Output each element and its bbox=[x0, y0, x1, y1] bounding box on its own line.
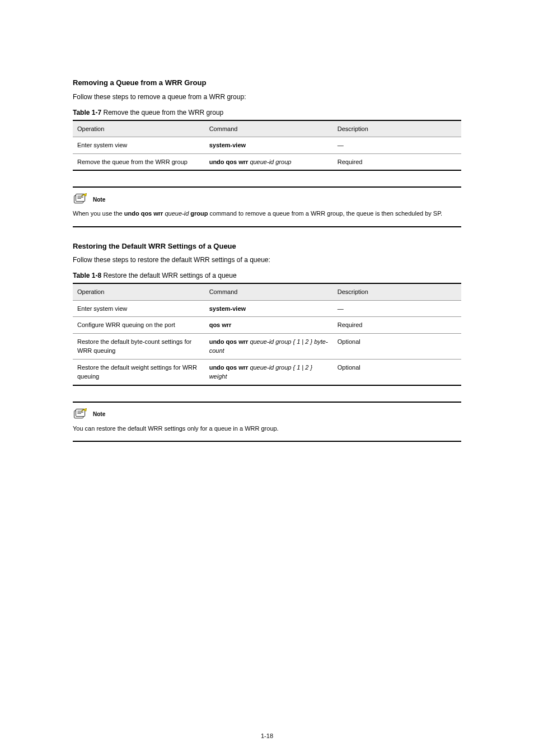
table-caption-desc: Restore the default WRR settings of a qu… bbox=[103, 272, 236, 279]
table-row: Restore the default weight settings for … bbox=[73, 359, 461, 385]
table-row: Enter system view system-view — bbox=[73, 137, 461, 154]
cell-description: Optional bbox=[333, 333, 461, 359]
table-row: Enter system view system-view — bbox=[73, 300, 461, 317]
cmd-bold: undo qos wrr bbox=[209, 338, 249, 345]
cell-description: Required bbox=[333, 153, 461, 170]
cmd-bold: undo qos wrr bbox=[209, 364, 249, 371]
cell-command: undo qos wrr queue-id group { 1 | 2 } we… bbox=[205, 359, 333, 385]
cmd-args: queue-id group bbox=[248, 158, 291, 165]
table-header-row: Operation Command Description bbox=[73, 120, 461, 137]
note-block-2: Note You can restore the default WRR set… bbox=[73, 402, 461, 442]
cell-operation: Enter system view bbox=[73, 137, 205, 154]
note-text: When you use the undo qos wrr queue-id g… bbox=[73, 209, 461, 218]
note-cmd-bold: group bbox=[190, 210, 208, 217]
note-icon bbox=[73, 193, 90, 206]
note-block-1: Note When you use the undo qos wrr queue… bbox=[73, 186, 461, 227]
table-caption-number: Table 1-8 bbox=[73, 272, 101, 279]
section-lead-restore-default: Follow these steps to restore the defaul… bbox=[73, 255, 461, 265]
section-lead-remove-queue: Follow these steps to remove a queue fro… bbox=[73, 92, 461, 102]
col-command: Command bbox=[205, 120, 333, 137]
cell-command: undo qos wrr queue-id group bbox=[205, 153, 333, 170]
col-description: Description bbox=[333, 120, 461, 137]
note-icon bbox=[73, 408, 90, 421]
page: Removing a Queue from a WRR Group Follow… bbox=[0, 0, 534, 756]
cell-operation: Enter system view bbox=[73, 300, 205, 317]
cell-description: Required bbox=[333, 317, 461, 334]
note-cmd-italic: queue-id bbox=[165, 210, 189, 217]
note-label: Note bbox=[93, 410, 105, 418]
table-header-row: Operation Command Description bbox=[73, 283, 461, 300]
cell-command: qos wrr bbox=[205, 317, 333, 334]
note-head: Note bbox=[73, 193, 461, 206]
table-row: Remove the queue from the WRR group undo… bbox=[73, 153, 461, 170]
table-row: Restore the default byte-count settings … bbox=[73, 333, 461, 359]
table-remove-queue: Operation Command Description Enter syst… bbox=[73, 120, 461, 171]
cell-operation: Remove the queue from the WRR group bbox=[73, 153, 205, 170]
cell-description: — bbox=[333, 137, 461, 154]
cell-description: Optional bbox=[333, 359, 461, 385]
cell-operation: Configure WRR queuing on the port bbox=[73, 317, 205, 334]
note-head: Note bbox=[73, 408, 461, 421]
col-operation: Operation bbox=[73, 283, 205, 300]
note-text: You can restore the default WRR settings… bbox=[73, 424, 461, 433]
cell-operation: Restore the default byte-count settings … bbox=[73, 333, 205, 359]
table-caption-2: Table 1-8 Restore the default WRR settin… bbox=[73, 270, 461, 281]
cell-command: undo qos wrr queue-id group { 1 | 2 } by… bbox=[205, 333, 333, 359]
table-caption-1: Table 1-7 Remove the queue from the WRR … bbox=[73, 108, 461, 118]
cell-description: — bbox=[333, 300, 461, 317]
col-command: Command bbox=[205, 283, 333, 300]
cmd-bold: qos wrr bbox=[209, 321, 232, 328]
cmd-bold: system-view bbox=[209, 305, 246, 312]
col-operation: Operation bbox=[73, 120, 205, 137]
note-label: Note bbox=[93, 195, 105, 204]
note-text-segment: command to remove a queue from a WRR gro… bbox=[208, 210, 443, 217]
table-restore-default: Operation Command Description Enter syst… bbox=[73, 283, 461, 386]
table-caption-number: Table 1-7 bbox=[73, 109, 101, 116]
cmd-bold: undo qos wrr bbox=[209, 158, 249, 165]
table-caption-desc: Remove the queue from the WRR group bbox=[103, 109, 223, 116]
table-row: Configure WRR queuing on the port qos wr… bbox=[73, 317, 461, 334]
section-heading-remove-queue: Removing a Queue from a WRR Group bbox=[73, 77, 461, 88]
cmd-bold: system-view bbox=[209, 142, 246, 148]
page-number: 1-18 bbox=[0, 731, 534, 741]
cell-command: system-view bbox=[205, 300, 333, 317]
note-cmd-bold: undo qos wrr bbox=[124, 210, 163, 217]
section-heading-restore-default: Restoring the Default WRR Settings of a … bbox=[73, 241, 461, 252]
note-text-segment: When you use the bbox=[73, 210, 124, 217]
col-description: Description bbox=[333, 283, 461, 300]
cell-operation: Restore the default weight settings for … bbox=[73, 359, 205, 385]
cell-command: system-view bbox=[205, 137, 333, 154]
